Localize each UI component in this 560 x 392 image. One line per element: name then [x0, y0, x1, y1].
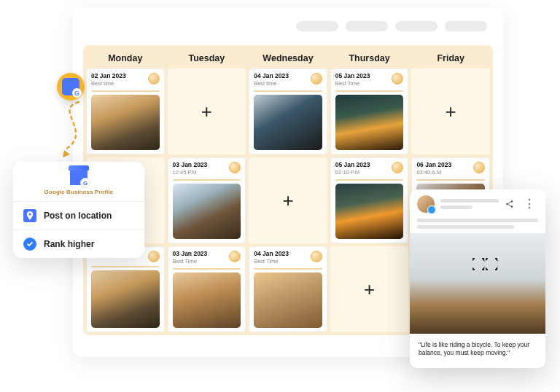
svg-point-2: [511, 200, 513, 203]
add-post-cell[interactable]: +: [249, 157, 327, 243]
location-pin-icon: [23, 209, 36, 222]
profile-badge: [311, 251, 322, 262]
svg-point-3: [511, 205, 513, 208]
profile-badge: [473, 162, 485, 173]
post-thumbnail: [254, 273, 322, 328]
calendar-day-header: Tuesday: [168, 48, 246, 68]
post-thumbnail: [335, 95, 404, 150]
tab-pill[interactable]: [296, 21, 338, 31]
divider: [335, 90, 404, 92]
profile-badge: [229, 251, 241, 262]
card-date: 03 Jan 2023: [173, 162, 208, 169]
post-preview-card: ⋮ "Life is like riding a bicycle. To kee…: [410, 189, 545, 368]
post-header: ⋮: [410, 189, 545, 219]
avatar[interactable]: [417, 195, 435, 213]
calendar-day-header: Thursday: [330, 48, 409, 68]
post-thumbnail: [91, 95, 160, 150]
profile-badge: [392, 162, 403, 173]
calendar-headers: MondayTuesdayWednesdayThursdayFriday: [86, 48, 490, 68]
divider: [254, 268, 322, 270]
divider: [335, 179, 404, 181]
card-subtext: Best Time: [173, 259, 208, 265]
card-subtext: 03:40 A.M: [416, 170, 451, 176]
google-business-badge[interactable]: [57, 73, 85, 101]
card-subtext: 12:45 P.M: [173, 170, 208, 176]
post-card[interactable]: 03 Jan 202312:45 P.M: [168, 157, 246, 243]
card-subtext: Best Time: [335, 81, 370, 87]
svg-point-0: [28, 213, 31, 215]
plus-icon: +: [201, 101, 212, 123]
post-caption: "Life is like riding a bicycle. To keep …: [410, 334, 545, 368]
gbp-popup-item[interactable]: Post on location: [13, 201, 144, 230]
card-date: 04 Jan 2023: [254, 73, 289, 80]
gbp-popup-header: Google Business Profile: [13, 162, 144, 201]
post-thumbnail: [335, 184, 404, 239]
post-card[interactable]: 04 Jan 2023Best Time: [249, 246, 327, 332]
post-card[interactable]: 03 Jan 2023Best Time: [168, 246, 246, 332]
post-thumbnail: [173, 273, 241, 328]
storefront-icon: [62, 78, 79, 95]
plus-icon: +: [446, 101, 456, 123]
calendar-cell: 05 Jan 202302:10 P.M: [330, 157, 409, 243]
profile-badge: [229, 162, 241, 173]
post-image: [410, 233, 545, 334]
calendar-cell: 03 Jan 202312:45 P.M: [168, 157, 246, 243]
plus-icon: +: [364, 278, 375, 301]
calendar-day-header: Monday: [86, 48, 165, 68]
add-post-cell[interactable]: +: [330, 246, 409, 332]
calendar-day-header: Friday: [411, 48, 490, 68]
calendar-cell: 04 Jan 2023Best time: [249, 68, 327, 154]
tab-pill[interactable]: [445, 21, 487, 31]
card-subtext: Best time: [254, 81, 289, 87]
divider: [91, 266, 160, 267]
post-card[interactable]: 11:40 A.M: [86, 246, 165, 332]
add-post-cell[interactable]: +: [411, 68, 490, 154]
post-card[interactable]: 05 Jan 202302:10 P.M: [330, 157, 409, 243]
calendar-day-header: Wednesday: [249, 48, 327, 68]
card-date: 03 Jan 2023: [173, 251, 208, 258]
calendar-cell: 05 Jan 2023Best Time: [330, 68, 409, 154]
svg-point-1: [506, 203, 508, 205]
post-body-placeholder: [410, 219, 545, 233]
card-date: 04 Jan 2023: [254, 251, 289, 258]
post-card[interactable]: 05 Jan 2023Best Time: [330, 68, 409, 154]
tab-pill[interactable]: [395, 21, 438, 31]
card-date: 05 Jan 2023: [335, 162, 370, 169]
gbp-popup: Google Business Profile Post on location…: [13, 162, 144, 258]
post-author-placeholder: [440, 199, 499, 209]
panel-tabs: [73, 7, 503, 45]
profile-badge: [148, 251, 160, 262]
share-icon[interactable]: [505, 199, 515, 209]
post-thumbnail: [254, 95, 322, 150]
divider: [173, 179, 241, 181]
calendar-cell: 03 Jan 2023Best Time: [168, 246, 246, 332]
storefront-icon: [70, 169, 88, 185]
post-card[interactable]: 02 Jan 2023Best time: [86, 68, 165, 154]
profile-badge: [311, 73, 322, 85]
calendar-cell: 04 Jan 2023Best Time: [249, 246, 327, 332]
divider: [254, 90, 322, 92]
card-date: 02 Jan 2023: [91, 73, 126, 80]
profile-badge: [392, 73, 403, 85]
divider: [416, 179, 485, 181]
card-subtext: Best Time: [254, 259, 289, 265]
plus-icon: +: [282, 189, 293, 212]
gbp-popup-item-label: Post on location: [44, 211, 112, 221]
divider: [173, 268, 241, 270]
card-date: 06 Jan 2023: [416, 162, 451, 169]
add-post-cell[interactable]: +: [168, 68, 246, 154]
post-thumbnail: [91, 270, 160, 328]
divider: [91, 90, 160, 92]
tab-pill[interactable]: [346, 21, 388, 31]
calendar-cell: 02 Jan 2023Best time: [86, 68, 165, 154]
connector-arrow: [44, 99, 95, 166]
post-thumbnail: [173, 184, 241, 239]
post-card[interactable]: 04 Jan 2023Best time: [249, 68, 327, 154]
more-icon[interactable]: ⋮: [521, 198, 538, 210]
profile-badge: [148, 73, 160, 85]
gbp-popup-item-label: Rank higher: [44, 239, 94, 249]
gbp-popup-title: Google Business Profile: [44, 189, 114, 195]
gbp-popup-item[interactable]: Rank higher: [13, 230, 144, 258]
check-circle-icon: [23, 238, 36, 251]
calendar-cell: 11:40 A.M: [86, 246, 165, 332]
